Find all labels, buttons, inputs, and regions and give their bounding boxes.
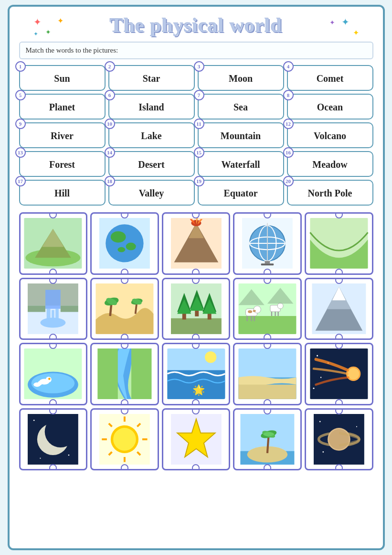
word-label-3: Moon	[229, 73, 253, 84]
word-card-9: 9 River	[19, 122, 106, 148]
picture-card-desert[interactable]	[90, 278, 159, 340]
word-card-18: 18 Valley	[108, 180, 195, 206]
picture-lake	[23, 348, 83, 399]
word-label-16: Meadow	[312, 159, 347, 170]
picture-desert	[95, 283, 154, 334]
svg-point-96	[33, 420, 35, 421]
word-num-2: 2	[105, 61, 115, 72]
word-label-9: River	[51, 131, 74, 141]
svg-rect-30	[28, 305, 45, 312]
deco-star-7: ✦	[33, 31, 38, 38]
page: ✦ ✦ ✦ ✦ ✦ ✦ ✦ The physical world Match t…	[8, 5, 385, 550]
word-num-12: 12	[283, 119, 294, 129]
word-card-15: 15 Waterfall	[198, 151, 284, 177]
picture-grid: 🌟	[19, 212, 373, 470]
svg-point-84	[205, 351, 216, 363]
word-card-7: 7 Sea	[198, 94, 284, 120]
svg-point-5	[106, 225, 143, 262]
svg-rect-21	[261, 264, 274, 266]
word-num-11: 11	[194, 119, 204, 129]
svg-point-92	[313, 388, 314, 389]
picture-volcano	[167, 218, 226, 269]
svg-point-6	[111, 231, 126, 243]
picture-card-waterfall[interactable]	[19, 278, 88, 340]
picture-card-hill[interactable]	[19, 212, 88, 275]
svg-point-98	[68, 455, 70, 456]
svg-point-75	[48, 378, 51, 381]
word-label-20: North Pole	[308, 188, 352, 199]
word-num-4: 4	[283, 61, 294, 72]
picture-card-sea[interactable]: 🌟	[162, 343, 231, 405]
picture-waterfall	[23, 283, 83, 334]
svg-rect-31	[61, 305, 78, 312]
word-card-5: 5 Planet	[19, 94, 106, 120]
picture-forest	[167, 283, 226, 334]
svg-rect-25	[45, 290, 61, 309]
word-card-6: 6 Island	[108, 94, 195, 120]
word-num-10: 10	[105, 119, 115, 129]
word-num-13: 13	[15, 147, 26, 158]
picture-card-lake[interactable]	[19, 343, 88, 405]
word-card-1: 1 Sun	[19, 65, 106, 91]
word-num-14: 14	[105, 147, 115, 158]
word-label-19: Equator	[223, 188, 257, 199]
word-card-12: 12 Volcano	[287, 122, 373, 148]
picture-card-forest[interactable]	[162, 278, 231, 340]
instructions-box: Match the words to the pictures:	[19, 42, 373, 59]
word-num-9: 9	[15, 119, 26, 129]
svg-point-124	[319, 421, 321, 423]
svg-point-126	[322, 451, 324, 453]
picture-card-moon[interactable]	[19, 408, 88, 471]
svg-point-91	[320, 377, 321, 378]
word-label-12: Volcano	[314, 131, 346, 141]
picture-card-comet[interactable]	[305, 343, 373, 405]
picture-card-star[interactable]	[162, 408, 231, 471]
picture-sea: 🌟	[167, 348, 226, 399]
picture-card-river[interactable]	[90, 343, 159, 405]
svg-point-112	[113, 428, 136, 451]
word-num-5: 5	[15, 90, 26, 100]
deco-star-4: ✦	[329, 19, 335, 27]
instructions-text: Match the words to the pictures:	[26, 46, 118, 54]
word-card-3: 3 Moon	[198, 65, 284, 91]
word-num-6: 6	[105, 90, 115, 100]
picture-card-pasture[interactable]	[233, 278, 302, 340]
picture-card-mountain[interactable]	[305, 278, 373, 340]
title-area: ✦ ✦ ✦ ✦ ✦ ✦ ✦ The physical world	[19, 14, 373, 37]
word-label-15: Waterfall	[221, 159, 260, 170]
svg-point-60	[277, 303, 283, 309]
word-card-19: 19 Equator	[198, 180, 284, 206]
picture-mountain	[309, 283, 369, 334]
picture-card-earth[interactable]	[90, 212, 159, 275]
deco-star-5: ✦	[341, 16, 350, 28]
word-label-6: Island	[138, 102, 164, 113]
picture-card-globe[interactable]	[233, 212, 302, 275]
svg-point-29	[41, 317, 66, 327]
word-card-14: 14 Desert	[108, 151, 195, 177]
word-label-18: Valley	[139, 188, 164, 199]
word-label-5: Planet	[49, 102, 75, 113]
word-card-20: 20 North Pole	[287, 180, 373, 206]
picture-card-volcano[interactable]	[162, 212, 231, 275]
deco-star-6: ✦	[353, 28, 359, 37]
word-label-2: Star	[143, 73, 160, 84]
word-num-3: 3	[194, 61, 204, 72]
word-card-17: 17 Hill	[19, 180, 106, 206]
picture-moon	[23, 414, 83, 465]
picture-hill	[23, 218, 83, 269]
word-num-7: 7	[194, 90, 204, 100]
word-label-14: Desert	[138, 159, 165, 170]
picture-card-beach[interactable]	[233, 343, 302, 405]
word-label-1: Sun	[54, 73, 70, 84]
svg-text:🌟: 🌟	[192, 384, 205, 396]
picture-island	[238, 414, 297, 465]
picture-valley	[309, 218, 369, 269]
picture-sun	[95, 414, 154, 465]
picture-card-island[interactable]	[233, 408, 302, 471]
word-card-16: 16 Meadow	[287, 151, 373, 177]
picture-card-sun[interactable]	[90, 408, 159, 471]
svg-point-129	[329, 429, 349, 449]
picture-card-saturn[interactable]	[305, 408, 373, 471]
word-label-17: Hill	[54, 188, 70, 199]
picture-card-valley[interactable]	[305, 212, 373, 275]
